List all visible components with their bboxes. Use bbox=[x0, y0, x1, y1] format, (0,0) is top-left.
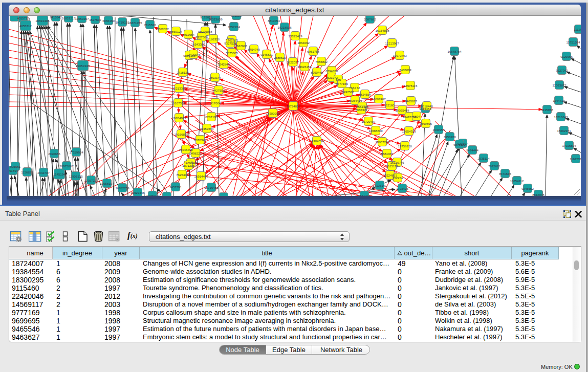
svg-text:7632621: 7632621 bbox=[488, 164, 500, 168]
svg-text:18724007: 18724007 bbox=[286, 104, 300, 108]
svg-text:15720407: 15720407 bbox=[361, 120, 376, 123]
svg-text:16120746: 16120746 bbox=[390, 161, 404, 164]
svg-text:10025488: 10025488 bbox=[395, 108, 409, 112]
svg-text:9245652: 9245652 bbox=[521, 187, 534, 190]
svg-text:10958107: 10958107 bbox=[100, 182, 114, 185]
svg-text:2087682: 2087682 bbox=[364, 17, 376, 21]
svg-text:13325419: 13325419 bbox=[288, 34, 302, 38]
svg-text:62160: 62160 bbox=[386, 103, 395, 107]
svg-text:1167533: 1167533 bbox=[570, 157, 581, 161]
svg-text:10688609: 10688609 bbox=[368, 129, 383, 133]
svg-text:5822037: 5822037 bbox=[287, 60, 299, 64]
svg-text:8267130: 8267130 bbox=[205, 115, 217, 119]
svg-text:16914479: 16914479 bbox=[194, 174, 208, 178]
svg-text:2020656: 2020656 bbox=[48, 152, 60, 156]
svg-text:16154808: 16154808 bbox=[375, 29, 389, 32]
svg-text:8813054: 8813054 bbox=[268, 19, 280, 23]
svg-text:20975867: 20975867 bbox=[59, 164, 74, 168]
svg-text:10653267: 10653267 bbox=[75, 17, 89, 20]
svg-text:5894: 5894 bbox=[413, 115, 420, 118]
svg-text:2803144: 2803144 bbox=[209, 76, 221, 79]
svg-text:12213389: 12213389 bbox=[172, 86, 186, 90]
svg-text:935061: 935061 bbox=[10, 165, 21, 168]
svg-text:2935114: 2935114 bbox=[477, 157, 490, 160]
svg-text:15716485: 15716485 bbox=[204, 186, 219, 189]
svg-text:12905135: 12905135 bbox=[69, 174, 83, 178]
svg-text:9518440: 9518440 bbox=[421, 104, 433, 108]
svg-text:8958926: 8958926 bbox=[444, 135, 456, 139]
svg-text:3824554: 3824554 bbox=[359, 93, 371, 96]
svg-text:917004: 917004 bbox=[210, 101, 221, 105]
svg-text:8878342: 8878342 bbox=[194, 138, 206, 142]
svg-text:8990448: 8990448 bbox=[311, 71, 323, 74]
svg-text:8427552: 8427552 bbox=[212, 89, 225, 92]
svg-text:1244419: 1244419 bbox=[553, 99, 565, 102]
svg-text:9227342: 9227342 bbox=[556, 69, 568, 72]
svg-text:7485063: 7485063 bbox=[399, 68, 411, 72]
svg-text:8860124: 8860124 bbox=[170, 30, 182, 33]
svg-text:12213967: 12213967 bbox=[385, 41, 399, 45]
svg-text:8186328: 8186328 bbox=[207, 37, 220, 41]
svg-text:16046768: 16046768 bbox=[179, 148, 193, 151]
svg-text:9684067: 9684067 bbox=[381, 152, 393, 156]
svg-text:9699695: 9699695 bbox=[420, 122, 432, 125]
svg-text:2588520: 2588520 bbox=[274, 56, 286, 59]
svg-text:15692971: 15692971 bbox=[557, 129, 571, 133]
svg-text:391594: 391594 bbox=[9, 169, 18, 172]
svg-text:9415642: 9415642 bbox=[50, 16, 62, 19]
svg-text:17016504: 17016504 bbox=[562, 144, 576, 147]
svg-text:11353594: 11353594 bbox=[200, 127, 214, 130]
svg-text:1640954: 1640954 bbox=[432, 128, 445, 132]
svg-text:9777169: 9777169 bbox=[336, 82, 348, 85]
svg-text:7515526: 7515526 bbox=[144, 23, 156, 27]
svg-text:6966160: 6966160 bbox=[102, 19, 115, 23]
svg-text:18807249: 18807249 bbox=[375, 140, 389, 144]
svg-text:1145194: 1145194 bbox=[53, 172, 66, 176]
svg-text:19654923: 19654923 bbox=[402, 129, 416, 133]
svg-text:1615132: 1615132 bbox=[386, 164, 398, 168]
svg-text:6497568: 6497568 bbox=[342, 90, 354, 94]
svg-text:14136141: 14136141 bbox=[373, 184, 387, 187]
svg-text:17957223: 17957223 bbox=[84, 179, 98, 182]
svg-text:2942737: 2942737 bbox=[37, 171, 50, 174]
svg-text:3215958: 3215958 bbox=[541, 108, 553, 112]
svg-text:10807487: 10807487 bbox=[372, 97, 386, 101]
svg-text:12093872: 12093872 bbox=[552, 83, 567, 87]
svg-text:16648784: 16648784 bbox=[447, 50, 462, 53]
svg-text:16033809: 16033809 bbox=[208, 17, 223, 21]
svg-text:10107554: 10107554 bbox=[171, 101, 185, 105]
svg-text:16782759: 16782759 bbox=[115, 186, 129, 190]
svg-text:5498222: 5498222 bbox=[189, 151, 202, 155]
svg-text:1527602: 1527602 bbox=[89, 18, 101, 21]
svg-text:22420046: 22420046 bbox=[186, 53, 201, 56]
svg-text:19756928: 19756928 bbox=[398, 144, 412, 148]
svg-text:1864092: 1864092 bbox=[297, 41, 310, 45]
svg-text:252254: 252254 bbox=[393, 176, 403, 180]
svg-text:6794028: 6794028 bbox=[325, 69, 338, 73]
svg-text:10853217: 10853217 bbox=[61, 16, 76, 20]
svg-text:8471676: 8471676 bbox=[499, 172, 511, 176]
svg-text:831225: 831225 bbox=[231, 16, 242, 17]
svg-text:13626156: 13626156 bbox=[297, 65, 312, 69]
svg-text:10654112: 10654112 bbox=[510, 179, 524, 183]
svg-text:58226058: 58226058 bbox=[198, 30, 212, 33]
svg-text:10719155: 10719155 bbox=[115, 20, 129, 24]
svg-text:9129966: 9129966 bbox=[560, 55, 573, 58]
svg-text:19654923: 19654923 bbox=[172, 116, 186, 120]
svg-text:7663822: 7663822 bbox=[157, 27, 169, 31]
svg-text:9146821: 9146821 bbox=[260, 53, 273, 56]
svg-text:9474444: 9474444 bbox=[466, 148, 478, 152]
svg-text:111295: 111295 bbox=[574, 28, 581, 31]
svg-text:29053346: 29053346 bbox=[76, 64, 90, 68]
svg-text:16671355: 16671355 bbox=[128, 21, 142, 25]
svg-text:5875685: 5875685 bbox=[226, 51, 238, 55]
svg-text:20364436: 20364436 bbox=[348, 99, 362, 102]
svg-text:1871205: 1871205 bbox=[182, 164, 194, 167]
svg-text:20691406: 20691406 bbox=[35, 19, 50, 23]
svg-text:7857224: 7857224 bbox=[228, 25, 240, 29]
svg-text:4055712: 4055712 bbox=[17, 16, 29, 20]
svg-text:19166829: 19166829 bbox=[174, 133, 188, 136]
svg-text:2667608: 2667608 bbox=[235, 44, 247, 48]
svg-text:15751074: 15751074 bbox=[566, 40, 580, 44]
svg-text:8912954: 8912954 bbox=[182, 33, 194, 36]
